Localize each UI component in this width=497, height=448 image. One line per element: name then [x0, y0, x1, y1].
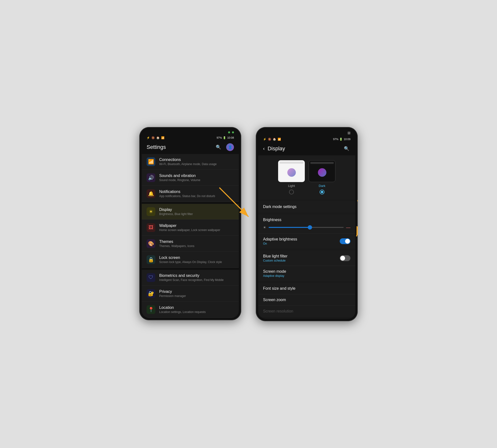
blue-light-section: Blue light filter Custom schedule Screen…: [258, 251, 355, 281]
blue-light-toggle[interactable]: [340, 255, 350, 261]
dark-mode-row[interactable]: Dark mode settings: [258, 201, 355, 212]
blue-light-thumb: [340, 256, 345, 261]
notch-area: [142, 129, 239, 134]
themes-icon: 🎨: [147, 239, 155, 248]
theme-option-light[interactable]: Light: [278, 160, 305, 194]
lockscreen-sub: Screen lock type, Always On Display, Clo…: [159, 260, 234, 264]
screen-zoom-row[interactable]: Screen zoom: [258, 294, 355, 306]
adaptive-brightness-row[interactable]: Adaptive brightness On: [258, 234, 355, 249]
display-search-button[interactable]: 🔍: [343, 145, 350, 152]
location-sub: Location settings, Location requests: [159, 310, 234, 314]
dark-theme-radio[interactable]: [320, 190, 325, 194]
wallpaper-text: Wallpaper Home screen wallpaper, Lock sc…: [159, 224, 234, 232]
brightness-label: Brightness: [263, 218, 350, 222]
signal-icon: 📶: [161, 136, 165, 139]
settings-item-sounds[interactable]: 🔊 Sounds and vibration Sound mode, Ringt…: [142, 170, 239, 186]
themes-label: Themes: [159, 240, 234, 244]
phone-display: 🖼 ⚡ 🔕 🏠 📶 97% 🔋 10:09 ‹ Displ: [256, 127, 358, 321]
lockscreen-label: Lock screen: [159, 256, 234, 260]
notifications-sub: App notifications, Status bar, Do not di…: [159, 194, 234, 198]
home-icon-2: 🏠: [273, 138, 276, 141]
brightness-slider[interactable]: [269, 227, 344, 228]
app-bar-icons: 🔍 👤: [215, 143, 234, 151]
settings-item-lockscreen[interactable]: 🔒 Lock screen Screen lock type, Always O…: [142, 252, 239, 268]
display-label: Display: [159, 208, 234, 212]
bluetooth-icon-2: ⚡: [263, 138, 266, 141]
settings-item-connections[interactable]: 📶 Connections Wi-Fi, Bluetooth, Airplane…: [142, 154, 239, 170]
display-app-bar: ‹ Display 🔍: [258, 142, 355, 155]
display-content: Light Dark: [258, 155, 355, 319]
status-icons-left-2: ⚡ 🔕 🏠 📶: [263, 138, 281, 141]
settings-item-wallpaper[interactable]: 🖼 Wallpaper Home screen wallpaper, Lock …: [142, 220, 239, 236]
dark-theme-label: Dark: [319, 184, 325, 188]
connections-text: Connections Wi-Fi, Bluetooth, Airplane m…: [159, 158, 234, 166]
camera-dot-1: [228, 131, 230, 133]
sounds-sub: Sound mode, Ringtone, Volume: [159, 178, 234, 182]
screen-resolution-label: Screen resolution: [263, 309, 350, 313]
back-button[interactable]: ‹: [263, 146, 265, 151]
privacy-label: Privacy: [159, 289, 234, 294]
settings-item-display[interactable]: ☀ Display Brightness, Blue light filter: [142, 204, 239, 220]
status-right: 97% 🔋 10:08: [216, 136, 234, 139]
wallpaper-icon: 🖼: [147, 223, 155, 232]
privacy-text: Privacy Permission manager: [159, 289, 234, 298]
settings-list: 📶 Connections Wi-Fi, Bluetooth, Airplane…: [142, 154, 239, 318]
brightness-max-icon: —: [346, 225, 350, 230]
biometrics-sub: Intelligent Scan, Face recognition, Find…: [159, 278, 234, 282]
search-button[interactable]: 🔍: [215, 143, 222, 151]
slider-thumb[interactable]: [308, 225, 312, 230]
adaptive-brightness-toggle[interactable]: [340, 238, 350, 244]
volume-icon: 🔕: [152, 136, 155, 139]
font-size-label: Font size and style: [263, 286, 350, 291]
battery-icon: 🔋: [223, 136, 226, 139]
connections-label: Connections: [159, 158, 234, 162]
display-title: Display: [268, 145, 343, 152]
status-icons-left: ⚡ 🔕 🏠 📶: [147, 136, 165, 139]
avatar[interactable]: 👤: [226, 143, 234, 151]
adaptive-brightness-thumb: [345, 239, 350, 244]
light-theme-radio[interactable]: [289, 190, 294, 194]
lockscreen-text: Lock screen Screen lock type, Always On …: [159, 256, 234, 264]
biometrics-icon: 🛡: [147, 273, 155, 282]
screen-zoom-label: Screen zoom: [263, 298, 350, 302]
adaptive-brightness-label: Adaptive brightness: [263, 237, 297, 241]
settings-title: Settings: [147, 144, 215, 150]
time-display-2: 10:09: [344, 138, 350, 141]
slider-fill: [269, 227, 310, 228]
mute-icon-2: 🔕: [268, 138, 271, 141]
screen-mode-row[interactable]: Screen mode Adaptive display: [258, 266, 355, 281]
display-sub: Brightness, Blue light filter: [159, 212, 234, 216]
theme-selector: Light Dark: [258, 155, 355, 199]
wallpaper-sub: Home screen wallpaper, Lock screen wallp…: [159, 228, 234, 232]
wallpaper-label: Wallpaper: [159, 224, 234, 228]
theme-option-dark[interactable]: Dark: [309, 160, 335, 194]
notifications-icon: 🔔: [147, 189, 155, 198]
brightness-slider-row: ☀ —: [263, 225, 350, 230]
notch-area-2: 🖼: [258, 129, 355, 136]
settings-item-location[interactable]: 📍 Location Location settings, Location r…: [142, 302, 239, 318]
blue-light-row[interactable]: Blue light filter Custom schedule: [258, 251, 355, 266]
phone-settings: ⚡ 🔕 🏠 📶 97% 🔋 10:08 Settings 🔍 👤: [139, 127, 241, 320]
group-gap-2: [142, 268, 239, 270]
blue-light-sub: Custom schedule: [263, 259, 288, 262]
settings-item-themes[interactable]: 🎨 Themes Themes, Wallpapers, Icons: [142, 236, 239, 252]
connections-icon: 📶: [147, 157, 155, 166]
settings-item-notifications[interactable]: 🔔 Notifications App notifications, Statu…: [142, 186, 239, 202]
screen-mode-sub: Adaptive display: [263, 274, 350, 278]
blue-light-label: Blue light filter: [263, 254, 288, 258]
settings-item-privacy[interactable]: 🔐 Privacy Permission manager: [142, 286, 239, 302]
dark-radio-dot: [321, 191, 323, 193]
themes-text: Themes Themes, Wallpapers, Icons: [159, 240, 234, 248]
settings-item-biometrics[interactable]: 🛡 Biometrics and security Intelligent Sc…: [142, 270, 239, 286]
location-icon: 📍: [147, 305, 155, 314]
battery-text: 97%: [216, 136, 222, 139]
biometrics-label: Biometrics and security: [159, 273, 234, 278]
group-gap-1: [142, 202, 239, 204]
bluetooth-icon: ⚡: [147, 136, 150, 139]
display-text: Display Brightness, Blue light filter: [159, 208, 234, 216]
home-icon: 🏠: [156, 136, 160, 139]
status-bar-1: ⚡ 🔕 🏠 📶 97% 🔋 10:08: [142, 134, 239, 140]
brightness-section: Brightness ☀ —: [258, 214, 355, 249]
screen-resolution-row[interactable]: Screen resolution: [258, 306, 355, 317]
font-size-row[interactable]: Font size and style: [258, 283, 355, 294]
